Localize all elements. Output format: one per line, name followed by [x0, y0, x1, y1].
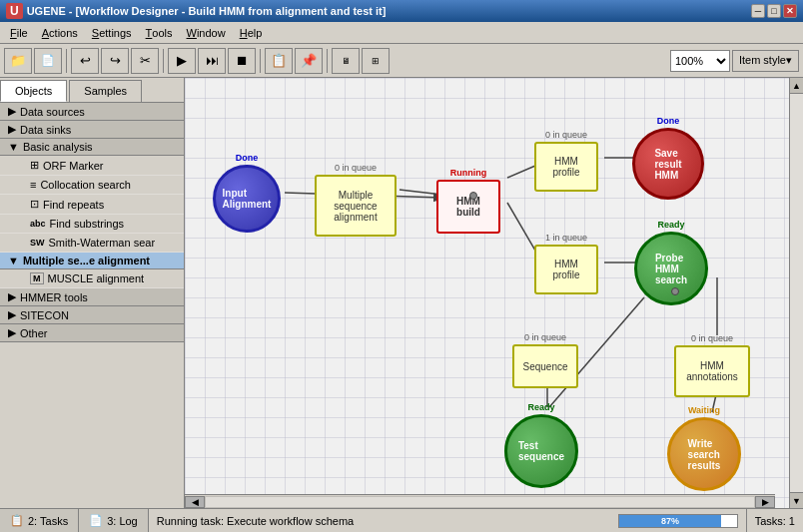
cut-button[interactable]: ✂: [131, 48, 159, 74]
item-orf-marker[interactable]: ⊞ ORF Marker: [0, 156, 184, 176]
node-hmm-build-label: HMMbuild: [456, 196, 480, 218]
label-hmmer: HMMER tools: [20, 291, 88, 303]
node-input-alignment[interactable]: Done InputAlignment: [213, 153, 281, 233]
menu-help[interactable]: Help: [234, 23, 269, 43]
maximize-button[interactable]: □: [767, 4, 781, 18]
collocation-icon: ≡: [30, 179, 36, 191]
log-icon: 📄: [89, 514, 103, 527]
label-sitecon: SITECON: [20, 309, 69, 321]
scroll-track[interactable]: [205, 496, 755, 508]
menu-settings[interactable]: Settings: [86, 23, 138, 43]
muscle-label: MUSCLE alignment: [48, 272, 145, 284]
section-hmmer-tools[interactable]: ▶ HMMER tools: [0, 288, 184, 306]
arrow-hmmer: ▶: [8, 290, 16, 303]
item-find-substrings[interactable]: abc Find substrings: [0, 215, 184, 234]
paste-button[interactable]: 📌: [295, 48, 323, 74]
node-save-result-label: SaveresultHMM: [654, 148, 681, 181]
left-panel: Objects Samples ▶ Data sources ▶ Data si…: [0, 78, 185, 508]
node-test-seq-label: Testsequence: [518, 440, 564, 462]
left-panel-content: ▶ Data sources ▶ Data sinks ▼ Basic anal…: [0, 103, 184, 508]
scroll-down[interactable]: ▼: [790, 492, 803, 508]
find-repeats-label: Find repeats: [43, 199, 104, 211]
item-style-label: Item style▾: [739, 54, 792, 67]
zoom-in-button[interactable]: ⊞: [362, 48, 390, 74]
section-basic-analysis[interactable]: ▼ Basic analysis: [0, 139, 184, 156]
item-muscle-alignment[interactable]: M MUSCLE alignment: [0, 269, 184, 288]
find-substrings-icon: abc: [30, 219, 46, 229]
v-scrollbar[interactable]: ▲ ▼: [789, 78, 803, 508]
tasks-tab[interactable]: 📋 2: Tasks: [0, 509, 79, 533]
undo-button[interactable]: ↩: [71, 48, 99, 74]
h-scrollbar[interactable]: ◀ ▶: [185, 494, 775, 508]
tasks-tab-label: 2: Tasks: [28, 515, 68, 527]
redo-button[interactable]: ↪: [101, 48, 129, 74]
arrow-basic-analysis: ▼: [8, 141, 19, 153]
smith-waterman-icon: SW: [30, 238, 45, 248]
step-button[interactable]: ⏭: [198, 48, 226, 74]
close-button[interactable]: ✕: [783, 4, 797, 18]
connector-dot-1: [469, 192, 477, 200]
section-data-sinks[interactable]: ▶ Data sinks: [0, 121, 184, 139]
arrow-other: ▶: [8, 326, 16, 339]
open-button[interactable]: 📁: [4, 48, 32, 74]
log-tab[interactable]: 📄 3: Log: [79, 509, 149, 533]
status-message: Running task: Execute workflow schema: [149, 515, 618, 527]
smith-waterman-label: Smith-Waterman sear: [49, 237, 156, 249]
node-multiple-seq[interactable]: 0 in queue Multiplesequencealignment: [315, 163, 397, 237]
status-message-text: Running task: Execute workflow schema: [157, 515, 354, 527]
copy-button[interactable]: 📋: [265, 48, 293, 74]
node-hmm-profile-top[interactable]: 0 in queue HMMprofile: [534, 130, 598, 192]
section-other[interactable]: ▶ Other: [0, 324, 184, 342]
separator-1: [66, 49, 67, 73]
item-find-repeats[interactable]: ⊡ Find repeats: [0, 195, 184, 215]
title-bar-left: U UGENE - [Workflow Designer - Build HMM…: [6, 3, 386, 19]
label-basic-analysis: Basic analysis: [23, 141, 93, 153]
item-style-button[interactable]: Item style▾: [732, 50, 799, 72]
node-write-results-label: Writesearchresults: [688, 438, 721, 471]
zoom-out-button[interactable]: 🖥: [332, 48, 360, 74]
menu-tools[interactable]: Tools: [140, 23, 179, 43]
node-test-sequence[interactable]: Ready Testsequence: [504, 402, 578, 488]
node-sequence[interactable]: 0 in queue Sequence: [512, 332, 578, 388]
find-substrings-label: Find substrings: [50, 218, 125, 230]
scroll-left[interactable]: ◀: [185, 496, 205, 508]
node-hmm-build[interactable]: Running HMMbuild: [436, 168, 500, 234]
menu-window[interactable]: Window: [181, 23, 232, 43]
new-button[interactable]: 📄: [34, 48, 62, 74]
connector-dot-2: [671, 287, 679, 295]
section-sitecon[interactable]: ▶ SITECON: [0, 306, 184, 324]
node-save-result-hmm[interactable]: Done SaveresultHMM: [632, 116, 704, 200]
stop-button[interactable]: ⏹: [228, 48, 256, 74]
node-probe-label: ProbeHMMsearch: [655, 253, 687, 285]
app-icon: U: [6, 3, 23, 19]
tab-objects[interactable]: Objects: [0, 80, 67, 102]
toolbar: 📁 📄 ↩ ↪ ✂ ▶ ⏭ ⏹ 📋 📌 🖥 ⊞ 100% 75% 150% It…: [0, 44, 803, 78]
section-multiple-alignment[interactable]: ▼ Multiple se...e alignment: [0, 253, 184, 269]
arrow-multiple-alignment: ▼: [8, 255, 19, 266]
tasks-icon: 📋: [10, 514, 24, 527]
node-hmm-profile-top-label: HMMprofile: [552, 156, 579, 178]
label-multiple-alignment: Multiple se...e alignment: [23, 255, 150, 266]
node-write-search-results[interactable]: Waiting Writesearchresults: [667, 405, 741, 491]
tab-samples[interactable]: Samples: [69, 80, 142, 102]
menu-actions[interactable]: Actions: [36, 23, 84, 43]
item-collocation-search[interactable]: ≡ Collocation search: [0, 176, 184, 195]
minimize-button[interactable]: ─: [751, 4, 765, 18]
scroll-up[interactable]: ▲: [790, 78, 803, 94]
section-data-sources[interactable]: ▶ Data sources: [0, 103, 184, 121]
arrow-data-sinks: ▶: [8, 123, 16, 136]
collocation-label: Collocation search: [40, 179, 131, 191]
orf-marker-icon: ⊞: [30, 159, 39, 172]
item-smith-waterman[interactable]: SW Smith-Waterman sear: [0, 234, 184, 253]
separator-4: [327, 49, 328, 73]
log-tab-label: 3: Log: [107, 515, 138, 527]
scroll-right[interactable]: ▶: [755, 496, 775, 508]
find-repeats-icon: ⊡: [30, 198, 39, 211]
run-button[interactable]: ▶: [168, 48, 196, 74]
node-hmm-annotations[interactable]: 0 in queue HMMannotations: [674, 333, 750, 397]
label-data-sinks: Data sinks: [20, 124, 71, 136]
zoom-select[interactable]: 100% 75% 150%: [670, 50, 730, 72]
title-bar: U UGENE - [Workflow Designer - Build HMM…: [0, 0, 803, 22]
node-hmm-profile-bottom[interactable]: 1 in queue HMMprofile: [534, 233, 598, 294]
menu-file[interactable]: File: [4, 23, 34, 43]
